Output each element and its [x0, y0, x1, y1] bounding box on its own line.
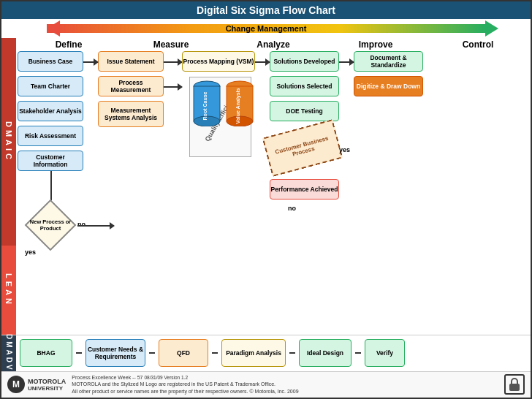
change-mgmt-row: Change Management: [1, 19, 531, 38]
stakeholder-analysis-box: Stakeholder Analysis: [18, 101, 83, 121]
diagram-area: Business Case Team Charter Stakeholder A…: [18, 51, 529, 300]
dmadv-label: DMADV: [1, 335, 16, 371]
arr-para: [289, 352, 295, 354]
customer-biz-process-container: Customer Business Process: [262, 119, 343, 177]
arr-meas-analyze2: [164, 86, 182, 88]
qfd-box: QFD: [159, 339, 208, 367]
value-analysis-cylinder: Value Analysis: [226, 79, 254, 126]
no-label-1: no: [77, 221, 86, 228]
arrow-left-head: [47, 20, 60, 37]
process-measurement-box: Process Measurement: [98, 76, 164, 96]
measurement-systems-box: Measurement Systems Analysis: [98, 101, 164, 127]
paradigm-analysis-box: Paradigm Analysis: [221, 339, 286, 367]
svg-rect-8: [509, 384, 520, 391]
arr-bhag: [76, 352, 82, 354]
phase-define: Define: [18, 39, 120, 50]
title-bar: Digital Six Sigma Flow Chart: [1, 1, 531, 19]
bottom-section: DMADV BHAG Customer Needs & Requirements…: [1, 335, 531, 371]
arr-ideal: [355, 352, 361, 354]
no-label-2: no: [288, 205, 296, 212]
svg-text:Root Cause: Root Cause: [202, 91, 208, 120]
flow-diagram: Define Measure Analyze Improve Control B…: [16, 38, 531, 335]
process-mapping-box: Process Mapping (VSM): [182, 51, 255, 72]
footer-line3: All other product or service names are t…: [72, 388, 498, 395]
document-standardize-box: Document & Standardize: [354, 51, 423, 72]
dmaic-label: DMAIC: [1, 38, 16, 246]
phase-headers: Define Measure Analyze Improve Control: [18, 39, 529, 50]
footer-line1: Process Excellence Week -- 57 08/31/09 V…: [72, 374, 498, 381]
lean-label: LEAN: [1, 246, 16, 335]
change-mgmt-text: Change Management: [226, 24, 307, 33]
arrow-measure-to-analyze: [164, 61, 182, 63]
solutions-selected-box: Solutions Selected: [270, 76, 339, 96]
arr-def-meas: [83, 61, 98, 63]
solutions-developed-box: Solutions Developed: [270, 51, 339, 72]
phase-measure: Measure: [120, 39, 222, 50]
arr-qfd: [212, 352, 218, 354]
lock-icon: [504, 374, 525, 395]
doe-testing-box: DOE Testing: [270, 101, 339, 121]
phase-improve: Improve: [324, 39, 427, 50]
team-charter-box: Team Charter: [18, 76, 83, 96]
arrow-right-head: [485, 20, 498, 37]
main-container: Digital Six Sigma Flow Chart Change Mana…: [0, 0, 532, 399]
footer-line2: MOTOROLA and the Stylized M Logo are reg…: [72, 381, 498, 388]
arr-improve-control: [339, 61, 354, 63]
risk-assessment-box: Risk Assessment: [18, 126, 83, 146]
business-case-box: Business Case: [18, 51, 83, 72]
university-name: UNIVERSITY: [28, 385, 66, 392]
left-labels: DMAIC LEAN: [1, 38, 16, 335]
arrow-no-path: [77, 225, 114, 227]
bhag-box: BHAG: [20, 339, 72, 367]
footer-text: Process Excellence Week -- 57 08/31/09 V…: [72, 374, 498, 395]
performance-achieved-box: Performance Achieved: [270, 179, 339, 200]
arr-analyze-improve: [255, 61, 270, 63]
issue-statement-box: Issue Statement: [98, 51, 164, 72]
bottom-boxes: BHAG Customer Needs & Requirements QFD P…: [16, 337, 531, 369]
chart-title: Digital Six Sigma Flow Chart: [197, 4, 335, 16]
motorola-name: MOTOROLA: [28, 378, 66, 385]
customer-info-box: Customer Information: [18, 151, 83, 171]
yes-label-1: yes: [25, 248, 36, 256]
footer: M MOTOROLA UNIVERSITY Process Excellence…: [1, 371, 531, 398]
digitize-draw-down-box: Digitize & Draw Down: [354, 76, 423, 96]
arr-cn: [149, 352, 155, 354]
ideal-design-box: Ideal Design: [299, 339, 352, 367]
root-cause-cylinder: Root Cause: [193, 79, 221, 126]
verify-box: Verify: [365, 339, 405, 367]
change-mgmt-arrow: Change Management: [47, 20, 485, 37]
svg-text:Value Analysis: Value Analysis: [235, 88, 241, 124]
motorola-logo: M MOTOROLA UNIVERSITY: [7, 376, 66, 393]
lock-svg: [508, 377, 521, 392]
phase-analyze: Analyze: [222, 39, 324, 50]
customer-needs-box: Customer Needs & Requirements: [86, 339, 145, 367]
diamond-shape: New Process or Product: [23, 205, 77, 246]
phase-control: Control: [427, 39, 529, 50]
motorola-m-icon: M: [7, 376, 25, 393]
yes-label-2: yes: [339, 146, 350, 153]
